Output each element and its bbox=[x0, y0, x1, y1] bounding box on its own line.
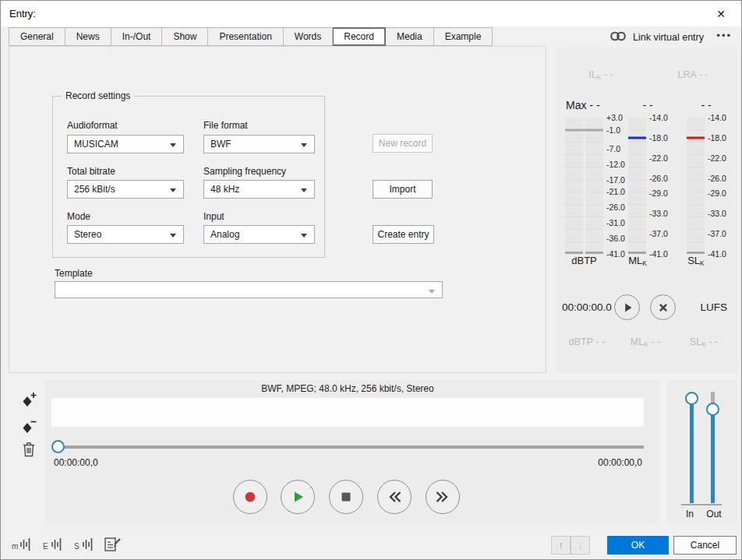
scale-tick: -14.0 bbox=[649, 113, 668, 122]
input-select[interactable]: Analog bbox=[203, 225, 315, 244]
scale-tick: -26.0 bbox=[649, 174, 668, 183]
template-select[interactable] bbox=[55, 281, 443, 298]
shortterm-loudness-meter: -14.0-18.0-22.0-26.0-29.0-33.0-37.0-41.0 bbox=[687, 118, 731, 254]
out-slider-handle[interactable] bbox=[706, 403, 719, 416]
effect-level-icon: E bbox=[42, 535, 64, 554]
record-button[interactable] bbox=[233, 480, 267, 514]
scale-tick: -29.0 bbox=[649, 188, 668, 198]
scale-tick: -12.0 bbox=[606, 160, 625, 169]
svg-text:E: E bbox=[43, 542, 48, 551]
scale-tick: -14.0 bbox=[708, 113, 726, 122]
scale-tick: -22.0 bbox=[708, 153, 726, 163]
dbtp-measure-readout: dBTP - - bbox=[562, 336, 612, 347]
scale-tick: -1.0 bbox=[606, 125, 620, 135]
delete-button[interactable] bbox=[20, 440, 37, 459]
remove-marker-button[interactable] bbox=[21, 417, 38, 436]
dbtp-peak-line bbox=[565, 129, 603, 131]
close-icon[interactable]: ✕ bbox=[708, 5, 733, 23]
more-options-icon[interactable]: ••• bbox=[716, 30, 732, 41]
add-marker-button[interactable] bbox=[21, 391, 38, 410]
monitor-time: 00:00:00.0 bbox=[562, 301, 612, 313]
lufs-label: LUFS bbox=[700, 301, 727, 313]
dbtp-meter: +3.0-1.0-7.0-12.0-17.0-21.0-26.0-31.0-36… bbox=[565, 118, 630, 254]
scale-tick: -18.0 bbox=[649, 133, 668, 143]
max-peak-readout: Max - - bbox=[566, 99, 600, 111]
seek-slider[interactable] bbox=[51, 439, 644, 455]
ml-target-line bbox=[628, 136, 646, 139]
file-format-label: File format bbox=[203, 120, 248, 131]
sl-peak-readout: - - bbox=[683, 99, 730, 111]
monitor-play-button[interactable] bbox=[614, 294, 640, 320]
import-button[interactable]: Import bbox=[373, 180, 433, 199]
forward-button[interactable] bbox=[426, 480, 460, 514]
diamond-minus-icon bbox=[21, 417, 38, 436]
effect-level-button[interactable]: E bbox=[42, 535, 64, 554]
diamond-plus-icon bbox=[21, 391, 38, 410]
stop-icon bbox=[337, 488, 355, 506]
in-slider-handle[interactable] bbox=[685, 392, 698, 405]
monitor-cancel-button[interactable] bbox=[650, 294, 676, 320]
stop-button[interactable] bbox=[329, 480, 363, 514]
move-down-button[interactable]: ↓ bbox=[571, 536, 590, 555]
file-format-value: BWF bbox=[210, 139, 231, 150]
rewind-button[interactable] bbox=[377, 480, 412, 514]
total-bitrate-select[interactable]: 256 kBit/s bbox=[67, 180, 184, 199]
forward-icon bbox=[433, 488, 452, 506]
edit-notes-button[interactable] bbox=[103, 535, 125, 554]
sampling-frequency-select[interactable]: 48 kHz bbox=[203, 180, 315, 199]
tab-news[interactable]: News bbox=[65, 27, 111, 46]
mode-value: Stereo bbox=[74, 229, 101, 240]
tab-words[interactable]: Words bbox=[284, 27, 333, 46]
tab-presentation[interactable]: Presentation bbox=[208, 27, 283, 46]
entry-dialog: Entry: ✕ General News In-/Out Show Prese… bbox=[0, 0, 742, 560]
scale-tick: -18.0 bbox=[708, 133, 726, 143]
new-record-button: New record bbox=[373, 134, 433, 153]
svg-text:m: m bbox=[12, 542, 18, 551]
in-slider-track[interactable] bbox=[690, 399, 694, 503]
speech-level-button[interactable]: S bbox=[73, 535, 95, 554]
dialog-title: Entry: bbox=[9, 8, 36, 19]
tab-media[interactable]: Media bbox=[386, 27, 434, 46]
scale-tick: -37.0 bbox=[708, 229, 726, 238]
sampling-frequency-label: Sampling frequency bbox=[203, 166, 286, 177]
tab-example[interactable]: Example bbox=[434, 27, 493, 46]
create-entry-button[interactable]: Create entry bbox=[373, 225, 434, 244]
move-up-button[interactable]: ↑ bbox=[551, 536, 571, 555]
mode-select[interactable]: Stereo bbox=[67, 225, 184, 244]
play-icon bbox=[288, 488, 307, 506]
tab-show[interactable]: Show bbox=[162, 27, 208, 46]
scale-tick: -29.0 bbox=[708, 188, 726, 198]
audioformat-select[interactable]: MUSICAM bbox=[67, 135, 184, 153]
music-level-button[interactable]: m bbox=[11, 535, 33, 554]
scale-tick: -33.0 bbox=[708, 209, 726, 218]
record-settings-group: Record settings Audioformat MUSICAM File… bbox=[52, 96, 325, 258]
scale-tick: -21.0 bbox=[606, 187, 625, 196]
speech-level-icon: S bbox=[73, 535, 95, 554]
play-button[interactable] bbox=[281, 480, 315, 514]
audioformat-label: Audioformat bbox=[67, 120, 118, 131]
trash-icon bbox=[20, 440, 37, 459]
tab-bar: General News In-/Out Show Presentation W… bbox=[9, 27, 493, 46]
total-bitrate-label: Total bitrate bbox=[67, 166, 115, 177]
waveform-display bbox=[51, 398, 644, 427]
link-icon bbox=[610, 30, 627, 44]
cancel-button[interactable]: Cancel bbox=[673, 536, 737, 555]
ok-button[interactable]: OK bbox=[607, 536, 669, 555]
tab-record[interactable]: Record bbox=[333, 27, 386, 46]
seek-track[interactable] bbox=[54, 446, 644, 449]
total-bitrate-value: 256 kBit/s bbox=[74, 184, 115, 195]
scale-tick: +3.0 bbox=[606, 113, 623, 122]
tab-general[interactable]: General bbox=[9, 27, 65, 46]
io-baseline bbox=[681, 504, 722, 505]
link-virtual-entry-button[interactable]: Link virtual entry bbox=[610, 30, 704, 44]
record-settings-title: Record settings bbox=[62, 90, 134, 101]
scale-tick: -37.0 bbox=[649, 229, 668, 238]
seek-handle[interactable] bbox=[51, 440, 65, 453]
scale-tick: -7.0 bbox=[606, 144, 620, 153]
tab-in-out[interactable]: In-/Out bbox=[111, 27, 163, 46]
out-slider-track[interactable] bbox=[711, 410, 715, 503]
file-format-select[interactable]: BWF bbox=[203, 135, 315, 153]
sl-bars bbox=[687, 118, 705, 254]
play-icon bbox=[619, 299, 636, 316]
sl-unit-label: SLK bbox=[680, 255, 712, 267]
